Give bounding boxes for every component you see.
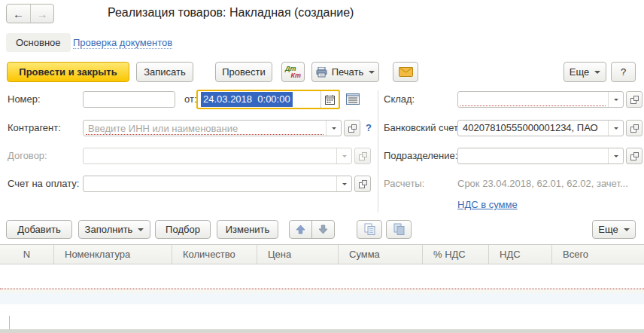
caret-down-icon [594, 71, 600, 77]
department-open-button[interactable] [626, 148, 642, 164]
add-row-button[interactable]: Добавить [6, 220, 72, 239]
move-down-button[interactable] [311, 220, 335, 239]
open-icon [359, 180, 367, 188]
required-marker [86, 134, 324, 135]
col-price[interactable]: Цена [257, 245, 339, 264]
form-splitter[interactable] [378, 90, 378, 212]
print-label: Печать [332, 66, 364, 78]
warehouse-open-button[interactable] [626, 91, 642, 108]
bank-account-dropdown-button[interactable] [608, 121, 623, 136]
nav-history-group: ← → [6, 4, 54, 23]
payment-invoice-label: Счет на оплату: [8, 176, 79, 192]
col-quantity[interactable]: Количество [172, 245, 257, 264]
post-and-close-button[interactable]: Провести и закрыть [7, 62, 129, 82]
calendar-button[interactable] [320, 91, 339, 108]
bank-account-label: Банковский счет: [384, 120, 461, 136]
subordination-structure-button[interactable] [345, 93, 360, 105]
window-bottom-bar [0, 329, 644, 333]
paste-icon [393, 223, 406, 236]
bank-account-open-button[interactable] [626, 120, 642, 136]
copy-button[interactable] [357, 220, 382, 239]
counterparty-field[interactable] [83, 120, 342, 136]
chevron-down-icon [332, 127, 336, 132]
list-icon [345, 93, 360, 105]
pick-button[interactable]: Подбор [155, 220, 211, 239]
contract-label: Договор: [8, 148, 47, 164]
arrow-up-icon [296, 225, 305, 234]
print-button[interactable]: Печать [311, 62, 379, 82]
warehouse-dropdown-button[interactable] [608, 92, 623, 107]
chevron-down-icon [614, 99, 618, 103]
counterparty-dropdown-button[interactable] [326, 121, 341, 136]
vat-in-total-link[interactable]: НДС в сумме [457, 199, 518, 210]
bank-account-field[interactable]: 40207810555000001234, ПАО [457, 120, 624, 136]
col-nomenclature[interactable]: Номенклатура [54, 245, 172, 264]
caret-down-icon [138, 228, 144, 234]
items-table-header: N Номенклатура Количество Цена Сумма % Н… [0, 244, 644, 264]
payment-invoice-dropdown-button[interactable] [336, 176, 351, 191]
move-up-button[interactable] [289, 220, 312, 239]
payment-invoice-field[interactable] [83, 176, 352, 192]
contract-open-button [354, 148, 371, 164]
department-dropdown-button[interactable] [608, 148, 623, 163]
fill-button[interactable]: Заполнить [78, 220, 150, 239]
fill-label: Заполнить [85, 224, 133, 235]
counterparty-label: Контрагент: [8, 120, 61, 136]
col-n[interactable]: N [0, 245, 54, 264]
open-icon [630, 124, 639, 133]
department-label: Подразделение: [384, 148, 457, 164]
open-icon [359, 152, 367, 160]
warehouse-field[interactable] [457, 91, 624, 108]
copy-icon [363, 223, 376, 236]
items-more-label: Еще [598, 224, 618, 235]
tab-check-documents[interactable]: Проверка документов [73, 37, 172, 49]
chevron-down-icon [342, 155, 347, 160]
chevron-down-icon [614, 127, 618, 132]
tab-main[interactable]: Основное [6, 33, 71, 52]
paste-button[interactable] [386, 220, 412, 239]
counterparty-input[interactable] [88, 121, 321, 136]
contract-field [83, 148, 352, 164]
back-button[interactable]: ← [7, 5, 30, 23]
dtkt-button[interactable]: Дт Кт [281, 62, 305, 82]
page-title: Реализация товаров: Накладная (создание) [108, 6, 354, 20]
chevron-down-icon [342, 183, 347, 188]
chevron-down-icon [614, 155, 618, 160]
settlements-value[interactable]: Срок 23.04.2018, 62.01, 62.02, зачет... [457, 176, 641, 192]
number-input[interactable] [88, 92, 170, 107]
bottom-divider [9, 316, 10, 329]
required-marker [460, 105, 606, 106]
warehouse-label: Склад: [384, 91, 415, 108]
items-more-button[interactable]: Еще [592, 220, 636, 239]
number-field[interactable] [83, 91, 175, 108]
col-total[interactable]: Всего [552, 245, 644, 264]
counterparty-open-button[interactable] [344, 120, 360, 136]
post-button[interactable]: Провести [215, 62, 272, 82]
printer-icon [316, 67, 327, 78]
department-field[interactable] [457, 148, 624, 164]
mail-button[interactable] [393, 62, 418, 82]
col-vat[interactable]: НДС [489, 245, 552, 264]
col-sum[interactable]: Сумма [339, 245, 423, 264]
date-value-selected: 24.03.2018 0:00:00 [201, 92, 293, 107]
payment-invoice-open-button[interactable] [354, 176, 371, 192]
settlements-label: Расчеты: [384, 176, 424, 192]
more-label: Еще [570, 66, 589, 78]
more-button[interactable]: Еще [564, 62, 606, 82]
edit-button[interactable]: Изменить [217, 220, 278, 239]
open-icon [630, 152, 639, 160]
help-button[interactable]: ? [611, 62, 636, 82]
open-icon [630, 96, 639, 104]
date-from-label: от: [184, 91, 197, 108]
counterparty-help-link[interactable]: ? [366, 122, 372, 133]
document-window: ← → Реализация товаров: Накладная (созда… [0, 0, 644, 333]
calendar-icon [325, 95, 335, 105]
envelope-icon [399, 67, 413, 77]
caret-down-icon [624, 228, 630, 234]
forward-button[interactable]: → [30, 5, 53, 23]
open-icon [348, 124, 357, 133]
date-field[interactable]: 24.03.2018 0:00:00 [196, 90, 340, 109]
write-button[interactable]: Записать [136, 62, 193, 82]
col-vat-percent[interactable]: % НДС [423, 245, 489, 264]
contract-dropdown-button [336, 148, 351, 163]
